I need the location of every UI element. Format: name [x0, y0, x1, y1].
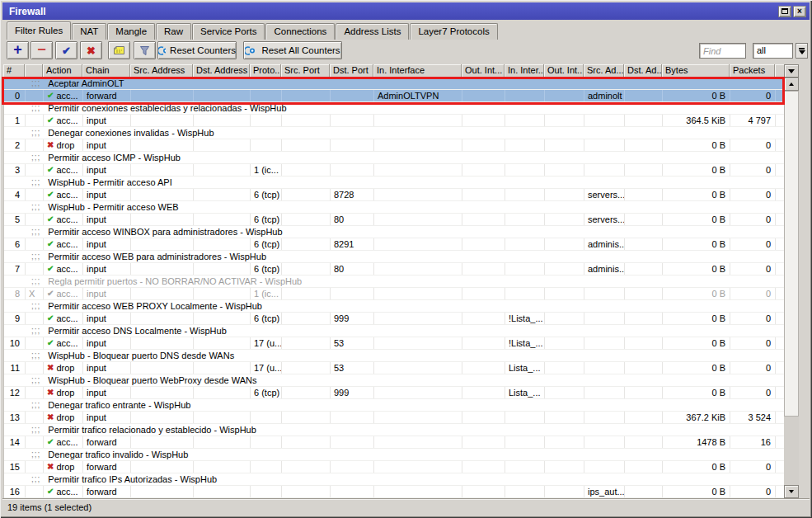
col-header-src_address[interactable]: Src. Address — [130, 64, 193, 78]
rule-row[interactable]: 10✔acc...input17 (u...53!Lista_...0 B0 — [4, 337, 784, 350]
cell-dst_port — [331, 139, 374, 151]
rule-row[interactable]: 11✖dropinput17 (u...53Lista_...0 B0 — [4, 362, 784, 374]
tab-raw[interactable]: Raw — [156, 23, 191, 40]
comment-row[interactable]: ;;;Permitir acceso WEB PROXY Localmente … — [4, 300, 784, 313]
disable-rule-button[interactable]: ✖ — [80, 41, 102, 59]
rule-row[interactable]: 3✔acc...input1 (ic...0 B0 — [4, 164, 784, 177]
tab-service-ports[interactable]: Service Ports — [192, 23, 265, 40]
tab-layer7-protocols[interactable]: Layer7 Protocols — [410, 23, 497, 40]
col-header-flag[interactable] — [25, 64, 43, 78]
tab-address-lists[interactable]: Address Lists — [336, 23, 409, 40]
col-header-dst_address[interactable]: Dst. Address — [193, 64, 250, 78]
cell-dst_addr_list — [625, 362, 663, 374]
comment-row[interactable]: ;;;WispHub - Bloquear puerto WebProxy de… — [4, 374, 784, 387]
col-header-src_port[interactable]: Src. Port — [281, 64, 330, 78]
find-input[interactable] — [699, 43, 746, 59]
title-bar[interactable]: Firewall × — [2, 2, 810, 20]
cell-packets: 0 — [730, 189, 776, 200]
scroll-thumb[interactable] — [784, 91, 799, 417]
maximize-button[interactable] — [778, 6, 791, 17]
remove-rule-button[interactable]: − — [31, 41, 53, 59]
rule-row[interactable]: 12✖dropinput6 (tcp)999Lista_...0 B0 — [4, 387, 784, 399]
filter-button[interactable] — [134, 41, 156, 59]
rule-row[interactable]: 4✔acc...input6 (tcp)8728servers...0 B0 — [4, 189, 784, 201]
cell-num: 3 — [4, 164, 26, 176]
tab-nat[interactable]: NAT — [72, 23, 106, 40]
col-header-in_list[interactable]: In. Inter... — [505, 64, 544, 78]
cell-out_list — [545, 214, 584, 225]
cell-in_interface — [374, 486, 462, 497]
filter-scope-dropdown-button[interactable] — [796, 43, 808, 59]
rule-row[interactable]: 16✔acc...forwardips_aut...0 B0 — [4, 486, 784, 498]
col-header-dst_port[interactable]: Dst. Port — [330, 64, 373, 78]
cell-dst_port: 80 — [331, 263, 374, 275]
cell-flag — [26, 436, 44, 448]
cell-bytes: 364.5 KiB — [663, 115, 730, 126]
col-header-bytes[interactable]: Bytes — [662, 64, 730, 78]
rule-row[interactable]: 0✔acc...forwardAdminOLTVPNadminolt0 B0 — [4, 90, 784, 102]
comment-row[interactable]: ;;;WispHub - Bloquear puerto DNS desde W… — [4, 350, 784, 362]
cell-src_port — [282, 115, 331, 126]
cell-filler — [776, 337, 784, 349]
col-header-chain[interactable]: Chain — [82, 64, 130, 78]
enable-rule-button[interactable]: ✔ — [55, 41, 77, 59]
col-header-packets[interactable]: Packets — [730, 64, 775, 78]
col-header-action[interactable]: Action — [43, 64, 82, 78]
scroll-down-button[interactable] — [784, 485, 799, 498]
comment-row[interactable]: ;;;Permitir acceso DNS Localmente - Wisp… — [4, 325, 784, 337]
col-header-out_list[interactable]: Out. Int... — [544, 64, 584, 78]
vertical-scrollbar[interactable] — [784, 78, 799, 498]
comment-text: Permitir trafico IPs Autorizadas - WispH… — [48, 473, 217, 485]
col-header-proto[interactable]: Proto... — [250, 64, 281, 78]
col-header-num[interactable]: # — [3, 64, 25, 78]
comment-button[interactable] — [108, 41, 130, 59]
tab-connections[interactable]: Connections — [265, 23, 335, 40]
cell-num: 6 — [4, 238, 26, 250]
filter-scope-select[interactable]: all — [753, 43, 793, 59]
tab-filter-rules[interactable]: Filter Rules — [7, 21, 71, 40]
rule-row[interactable]: 2✖dropinput0 B0 — [4, 139, 784, 152]
comment-row[interactable]: ;;;Permitir trafico IPs Autorizadas - Wi… — [4, 473, 784, 486]
cell-out_list — [545, 263, 584, 275]
cell-dst_address — [194, 139, 251, 151]
rule-row[interactable]: 8X✔acc...input1 (ic...0 B0 — [4, 288, 784, 300]
reset-counters-button[interactable]: Reset Counters — [157, 41, 237, 59]
rule-row[interactable]: 9✔acc...input6 (tcp)999!Lista_...0 B0 — [4, 313, 784, 325]
scroll-up-button[interactable] — [784, 78, 799, 91]
rule-row[interactable]: 6✔acc...input6 (tcp)8291adminis...0 B0 — [4, 238, 784, 251]
close-button[interactable]: × — [793, 6, 806, 17]
cell-action: ✔acc... — [44, 189, 83, 200]
comment-row[interactable]: ;;;Permitir acceso ICMP - WispHub — [4, 152, 784, 164]
comment-row[interactable]: ;;;Denegar conexiones invalidas - WispHu… — [4, 127, 784, 139]
rule-row[interactable]: 15✖dropforward0 B0 — [4, 461, 784, 473]
rule-row[interactable]: 5✔acc...input6 (tcp)80servers...0 B0 — [4, 214, 784, 226]
comment-row[interactable]: ;;;WispHub - Permitir acceso WEB — [4, 201, 784, 214]
cell-out_list — [545, 288, 584, 299]
action-label: drop — [56, 461, 74, 473]
cell-filler — [776, 313, 784, 324]
rule-row[interactable]: 14✔acc...forward1478 B16 — [4, 436, 784, 449]
comment-row[interactable]: ;;;Permitir acceso WEB para administrado… — [4, 251, 784, 263]
cell-out_interface — [462, 461, 505, 473]
comment-row[interactable]: ;;;Permitir trafico relacionado y establ… — [4, 424, 784, 436]
comment-row[interactable]: ;;;WispHub - Permitir acceso API — [4, 177, 784, 189]
add-rule-button[interactable]: + — [7, 41, 29, 59]
comment-row[interactable]: ;;;Regla permitir puertos - NO BORRAR/NO… — [4, 275, 784, 288]
column-select-button[interactable] — [784, 64, 799, 78]
rule-row[interactable]: 7✔acc...input6 (tcp)80adminis...0 B0 — [4, 263, 784, 275]
action-label: acc... — [56, 263, 77, 275]
comment-row[interactable]: ;;;Denegar trafico entrante - WispHub — [4, 399, 784, 412]
rule-row[interactable]: 13✖dropinput367.2 KiB3 524 — [4, 412, 784, 424]
col-header-in_interface[interactable]: In. Interface — [373, 64, 462, 78]
chevron-down-icon — [799, 50, 805, 54]
comment-row[interactable]: ;;;Denegar trafico invalido - WispHub — [4, 449, 784, 461]
comment-row[interactable]: ;;;Aceptar AdminOLT — [4, 78, 784, 90]
tab-mangle[interactable]: Mangle — [107, 23, 155, 40]
comment-row[interactable]: ;;;Permitir conexiones establecidas y re… — [4, 102, 784, 115]
comment-row[interactable]: ;;;Permitir acceso WINBOX para administr… — [4, 226, 784, 238]
col-header-out_interface[interactable]: Out. Int... — [462, 64, 505, 78]
col-header-dst_addr_list[interactable]: Dst. Ad... — [624, 64, 662, 78]
col-header-src_addr_list[interactable]: Src. Ad... — [584, 64, 624, 78]
rule-row[interactable]: 1✔acc...input364.5 KiB4 797 — [4, 115, 784, 127]
reset-all-counters-button[interactable]: Reset All Counters — [243, 41, 342, 59]
